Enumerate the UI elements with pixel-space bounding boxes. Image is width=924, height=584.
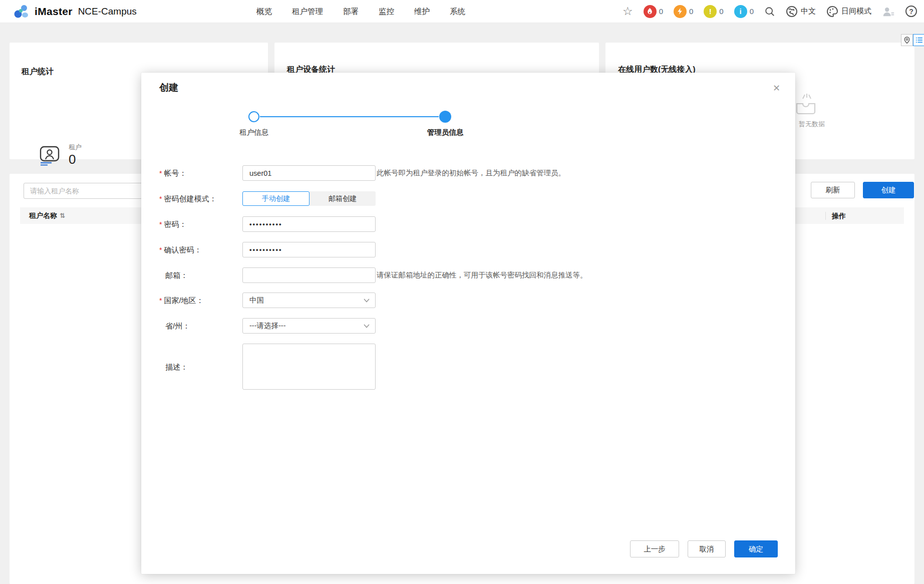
suite-name: NCE-Campus xyxy=(78,6,137,17)
major-alarm-count: 0 xyxy=(689,7,693,16)
required-marker: * xyxy=(159,195,162,203)
country-label: *国家/地区： xyxy=(159,293,204,308)
user-menu-button[interactable] xyxy=(882,6,895,18)
password-mode-label: *密码创建模式： xyxy=(159,191,216,206)
password-mode-row: *密码创建模式： 手动创建 邮箱创建 xyxy=(141,191,795,206)
password-input[interactable] xyxy=(242,216,376,232)
create-dialog: 创建 ✕ 租户信息 管理员信息 *帐号： 此帐号即为租户登录的初始帐号，且为租户… xyxy=(141,73,795,574)
step2-circle[interactable] xyxy=(439,111,451,123)
confirm-password-input[interactable] xyxy=(242,242,376,257)
description-label-text: 描述： xyxy=(165,363,188,371)
top-bar: iMaster NCE-Campus 概览 租户管理 部署 监控 维护 系统 ☆… xyxy=(0,0,924,23)
password-label: *密码： xyxy=(159,216,186,232)
map-view-button[interactable] xyxy=(901,34,913,46)
email-row: 邮箱： 请保证邮箱地址的正确性，可用于该帐号密码找回和消息推送等。 xyxy=(141,267,795,283)
tenant-icon xyxy=(39,144,61,166)
nav-monitoring[interactable]: 监控 xyxy=(379,7,394,17)
tenant-stats-title: 租户统计 xyxy=(22,67,54,77)
chevron-down-icon xyxy=(364,324,370,328)
nav-system[interactable]: 系统 xyxy=(450,7,465,17)
minor-alarm-count: 0 xyxy=(719,7,723,16)
brand: iMaster NCE-Campus xyxy=(13,3,137,20)
critical-alarm-button[interactable]: 0 xyxy=(644,5,663,18)
country-select[interactable]: 中国 xyxy=(242,293,376,308)
nav-maintenance[interactable]: 维护 xyxy=(414,7,430,17)
star-icon: ☆ xyxy=(623,6,633,17)
email-label-text: 邮箱： xyxy=(165,271,188,279)
nav-deployment[interactable]: 部署 xyxy=(343,7,359,17)
info-alarm-count: 0 xyxy=(750,7,754,16)
major-alarm-button[interactable]: 0 xyxy=(674,5,693,18)
help-button[interactable]: ? xyxy=(905,6,917,17)
screen: iMaster NCE-Campus 概览 租户管理 部署 监控 维护 系统 ☆… xyxy=(0,0,924,584)
map-pin-icon xyxy=(903,37,910,44)
email-hint: 请保证邮箱地址的正确性，可用于该帐号密码找回和消息推送等。 xyxy=(377,267,587,283)
column-action: 操作 xyxy=(825,212,846,220)
imaster-logo-icon xyxy=(13,3,30,20)
sort-icon[interactable]: ⇅ xyxy=(60,212,65,219)
password-row: *密码： xyxy=(141,216,795,232)
account-hint: 此帐号即为租户登录的初始帐号，且为租户的缺省管理员。 xyxy=(377,165,565,181)
email-input[interactable] xyxy=(242,267,376,283)
product-name: iMaster xyxy=(35,6,73,18)
empty-state: 暂无数据 xyxy=(792,93,832,129)
province-select[interactable]: ---请选择--- xyxy=(242,318,376,334)
province-select-value: ---请选择--- xyxy=(249,321,285,331)
column-tenant-name-label: 租户名称 xyxy=(29,211,57,220)
nav-tenant-management[interactable]: 租户管理 xyxy=(292,7,323,17)
step2-label[interactable]: 管理员信息 xyxy=(405,128,485,137)
step1-label[interactable]: 租户信息 xyxy=(214,128,294,137)
language-switcher[interactable]: 中文 xyxy=(786,6,816,18)
chevron-down-icon xyxy=(364,299,370,303)
dialog-title: 创建 xyxy=(159,81,178,94)
list-view-button[interactable] xyxy=(913,34,924,46)
close-icon[interactable]: ✕ xyxy=(773,84,780,93)
account-input[interactable] xyxy=(242,165,376,181)
country-label-text: 国家/地区： xyxy=(164,296,203,305)
nav-overview[interactable]: 概览 xyxy=(256,7,272,17)
empty-state-text: 暂无数据 xyxy=(792,120,832,129)
ok-button[interactable]: 确定 xyxy=(734,540,778,557)
top-actions: ☆ 0 0 ! 0 i 0 xyxy=(623,5,917,18)
column-tenant-name: 租户名称 ⇅ xyxy=(29,211,65,220)
info-alarm-icon: i xyxy=(734,5,747,18)
theme-label: 日间模式 xyxy=(841,7,871,16)
country-row: *国家/地区： 中国 xyxy=(141,293,795,308)
create-tenant-button[interactable]: 创建 xyxy=(863,182,914,198)
previous-step-button[interactable]: 上一步 xyxy=(630,540,679,557)
account-label-text: 帐号： xyxy=(164,169,186,177)
required-marker: * xyxy=(159,297,162,305)
list-icon xyxy=(915,37,922,43)
province-label: 省/州： xyxy=(159,318,190,334)
account-label: *帐号： xyxy=(159,165,186,181)
main-nav: 概览 租户管理 部署 监控 维护 系统 xyxy=(256,0,465,23)
stepper-connector xyxy=(260,116,439,117)
refresh-button[interactable]: 刷新 xyxy=(811,182,855,198)
search-icon xyxy=(764,6,775,17)
view-toggles xyxy=(901,34,924,46)
global-search-button[interactable] xyxy=(764,6,775,17)
confirm-password-label: *确认密码： xyxy=(159,242,201,257)
password-mode-label-text: 密码创建模式： xyxy=(164,194,216,203)
description-textarea[interactable] xyxy=(242,344,376,390)
tenant-metric: 租户 0 xyxy=(39,143,82,166)
confirm-password-label-text: 确认密码： xyxy=(164,245,201,254)
minor-alarm-icon: ! xyxy=(704,5,717,18)
confirm-password-row: *确认密码： xyxy=(141,242,795,257)
province-label-text: 省/州： xyxy=(165,322,190,330)
cancel-button[interactable]: 取消 xyxy=(688,540,726,557)
description-row: 描述： xyxy=(141,359,795,375)
password-mode-toggle: 手动创建 邮箱创建 xyxy=(242,191,376,206)
manual-create-option[interactable]: 手动创建 xyxy=(242,191,310,206)
info-alarm-button[interactable]: i 0 xyxy=(734,5,754,18)
email-create-option[interactable]: 邮箱创建 xyxy=(310,191,376,206)
favorite-button[interactable]: ☆ xyxy=(623,6,633,17)
theme-mode-switcher[interactable]: 日间模式 xyxy=(826,6,871,18)
dialog-footer: 上一步 取消 确定 xyxy=(630,540,778,557)
critical-alarm-count: 0 xyxy=(659,7,663,16)
minor-alarm-button[interactable]: ! 0 xyxy=(704,5,723,18)
step1-circle[interactable] xyxy=(248,111,259,122)
required-marker: * xyxy=(159,246,162,254)
user-icon xyxy=(882,6,895,18)
major-alarm-icon xyxy=(674,5,687,18)
